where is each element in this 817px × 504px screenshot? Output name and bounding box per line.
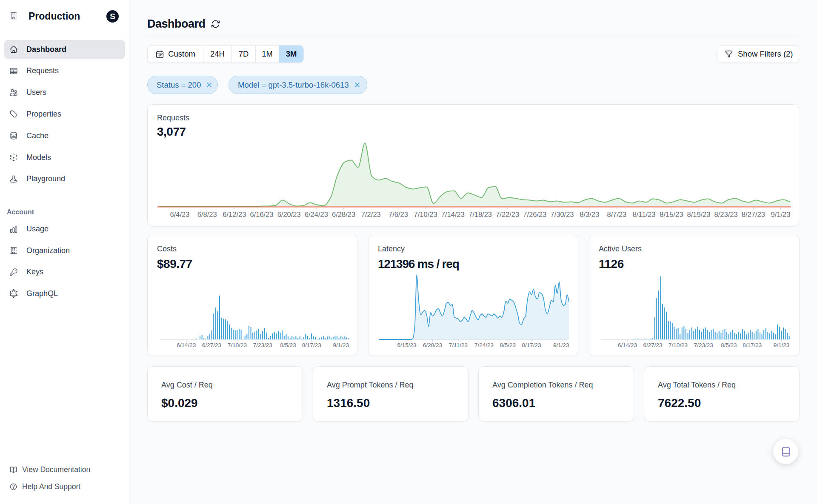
svg-text:6/28/23: 6/28/23 <box>423 342 442 348</box>
svg-text:7/6/23: 7/6/23 <box>389 211 408 218</box>
svg-text:6/14/23: 6/14/23 <box>177 342 196 348</box>
svg-text:6/14/23: 6/14/23 <box>618 342 637 348</box>
svg-text:6/12/23: 6/12/23 <box>223 211 246 218</box>
svg-text:7/18/23: 7/18/23 <box>468 211 492 218</box>
svg-text:6/24/23: 6/24/23 <box>305 211 328 218</box>
svg-text:9/1/23: 9/1/23 <box>553 342 569 348</box>
svg-text:7/10/23: 7/10/23 <box>668 342 688 348</box>
svg-text:7/26/23: 7/26/23 <box>523 211 546 218</box>
svg-text:7/22/23: 7/22/23 <box>496 211 519 218</box>
svg-text:6/27/23: 6/27/23 <box>643 342 663 348</box>
svg-text:6/20/23: 6/20/23 <box>277 211 301 218</box>
svg-text:8/15/23: 8/15/23 <box>660 211 683 218</box>
svg-text:7/24/23: 7/24/23 <box>474 342 494 348</box>
svg-text:8/23/23: 8/23/23 <box>714 211 738 218</box>
svg-text:8/17/23: 8/17/23 <box>522 342 541 348</box>
svg-text:7/10/23: 7/10/23 <box>414 211 437 218</box>
svg-text:7/23/23: 7/23/23 <box>694 342 713 348</box>
svg-text:7/30/23: 7/30/23 <box>550 211 574 218</box>
svg-text:8/19/23: 8/19/23 <box>687 211 710 218</box>
svg-text:9/1/23: 9/1/23 <box>333 342 349 348</box>
svg-text:8/17/23: 8/17/23 <box>302 342 321 348</box>
svg-text:7/2/23: 7/2/23 <box>361 211 381 218</box>
svg-text:9/1/23: 9/1/23 <box>774 342 790 348</box>
svg-text:8/3/23: 8/3/23 <box>580 211 599 218</box>
svg-text:7/10/23: 7/10/23 <box>228 342 247 348</box>
svg-text:6/27/23: 6/27/23 <box>202 342 221 348</box>
svg-text:6/16/23: 6/16/23 <box>250 211 273 218</box>
svg-text:8/27/23: 8/27/23 <box>742 211 765 218</box>
svg-text:8/5/23: 8/5/23 <box>500 342 516 348</box>
svg-text:6/28/23: 6/28/23 <box>332 211 355 218</box>
svg-text:7/23/23: 7/23/23 <box>253 342 272 348</box>
svg-text:6/8/23: 6/8/23 <box>197 211 217 218</box>
svg-text:6/4/23: 6/4/23 <box>170 211 190 218</box>
svg-text:8/5/23: 8/5/23 <box>280 342 296 348</box>
svg-text:8/5/23: 8/5/23 <box>721 342 737 348</box>
svg-text:9/1/23: 9/1/23 <box>771 211 791 218</box>
svg-text:7/11/23: 7/11/23 <box>449 342 468 348</box>
svg-text:6/15/23: 6/15/23 <box>397 342 417 348</box>
svg-text:8/17/23: 8/17/23 <box>743 342 762 348</box>
svg-text:8/11/23: 8/11/23 <box>633 211 656 218</box>
svg-text:7/14/23: 7/14/23 <box>441 211 465 218</box>
svg-text:8/7/23: 8/7/23 <box>607 211 626 218</box>
